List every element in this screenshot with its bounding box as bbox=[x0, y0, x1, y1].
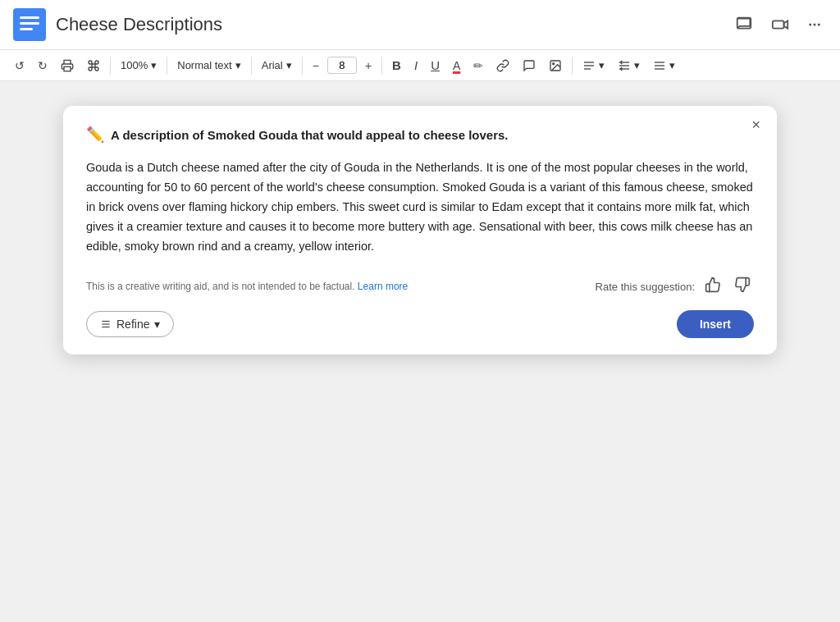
separator-4 bbox=[302, 57, 303, 75]
align-dropdown[interactable]: ▾ bbox=[578, 57, 609, 75]
svg-rect-1 bbox=[20, 16, 39, 19]
line-spacing-dropdown[interactable]: ▾ bbox=[613, 57, 645, 75]
decrease-font-button[interactable]: − bbox=[308, 56, 324, 75]
underline-button[interactable]: U bbox=[426, 55, 445, 75]
app-header: Cheese Descriptions bbox=[0, 0, 840, 50]
more-toolbar-dropdown[interactable]: ▾ bbox=[648, 57, 680, 75]
svg-rect-5 bbox=[773, 21, 784, 28]
camera-button[interactable] bbox=[766, 11, 794, 39]
ai-card-actions: Refine ▾ Insert bbox=[86, 310, 754, 338]
docs-icon bbox=[13, 8, 46, 41]
svg-point-8 bbox=[818, 24, 820, 26]
svg-point-6 bbox=[809, 24, 811, 26]
header-actions bbox=[730, 11, 827, 39]
image-button[interactable] bbox=[544, 56, 567, 75]
ai-pencil-icon: ✏️ bbox=[86, 126, 104, 144]
main-content-area: × ✏️ A description of Smoked Gouda that … bbox=[0, 81, 840, 622]
comment-button[interactable] bbox=[518, 56, 541, 75]
refine-label: Refine bbox=[116, 318, 149, 331]
insert-button[interactable]: Insert bbox=[677, 310, 754, 338]
increase-font-button[interactable]: + bbox=[360, 56, 377, 75]
comments-button[interactable] bbox=[730, 11, 758, 39]
font-size-input[interactable]: 8 bbox=[327, 57, 357, 74]
ai-card-title-text: A description of Smoked Gouda that would… bbox=[111, 128, 509, 142]
formatting-toolbar: ↺ ↻ 100% ▾ Normal text ▾ Arial ▾ − 8 + B… bbox=[0, 50, 840, 81]
italic-button[interactable]: I bbox=[409, 55, 422, 75]
thumbs-up-button[interactable] bbox=[701, 275, 724, 299]
svg-point-11 bbox=[553, 62, 555, 64]
ai-card-title: ✏️ A description of Smoked Gouda that wo… bbox=[86, 126, 754, 144]
rating-section: Rate this suggestion: bbox=[596, 275, 754, 299]
separator-2 bbox=[167, 57, 167, 75]
close-button[interactable]: × bbox=[746, 116, 765, 134]
style-dropdown[interactable]: Normal text ▾ bbox=[172, 57, 245, 74]
svg-rect-9 bbox=[64, 66, 71, 71]
bold-button[interactable]: B bbox=[387, 55, 406, 75]
link-button[interactable] bbox=[491, 56, 514, 75]
disclaimer-text: This is a creative writing aid, and is n… bbox=[86, 281, 408, 292]
separator-6 bbox=[572, 57, 573, 75]
separator-1 bbox=[110, 57, 111, 75]
svg-rect-2 bbox=[20, 22, 39, 25]
print-button[interactable] bbox=[56, 56, 79, 75]
highlight-button[interactable]: ✏ bbox=[468, 56, 488, 75]
learn-more-link[interactable]: Learn more bbox=[358, 281, 408, 292]
refine-button[interactable]: Refine ▾ bbox=[86, 311, 174, 337]
document-title: Cheese Descriptions bbox=[56, 14, 222, 35]
undo-button[interactable]: ↺ bbox=[10, 56, 30, 75]
ai-suggestion-card: × ✏️ A description of Smoked Gouda that … bbox=[63, 106, 777, 354]
ai-card-footer: This is a creative writing aid, and is n… bbox=[86, 275, 754, 299]
ai-card-body-text: Gouda is a Dutch cheese named after the … bbox=[86, 158, 754, 257]
text-color-button[interactable]: A bbox=[448, 56, 465, 75]
rate-label: Rate this suggestion: bbox=[596, 281, 695, 293]
separator-5 bbox=[381, 57, 382, 75]
separator-3 bbox=[251, 57, 252, 75]
zoom-dropdown[interactable]: 100% ▾ bbox=[116, 57, 162, 74]
font-dropdown[interactable]: Arial ▾ bbox=[257, 57, 297, 74]
redo-button[interactable]: ↻ bbox=[33, 56, 52, 75]
thumbs-down-button[interactable] bbox=[731, 275, 754, 299]
svg-rect-3 bbox=[20, 28, 33, 30]
svg-point-7 bbox=[814, 24, 816, 26]
more-options-button[interactable] bbox=[802, 12, 827, 37]
paintformat-button[interactable] bbox=[82, 56, 105, 75]
refine-chevron: ▾ bbox=[154, 318, 160, 331]
